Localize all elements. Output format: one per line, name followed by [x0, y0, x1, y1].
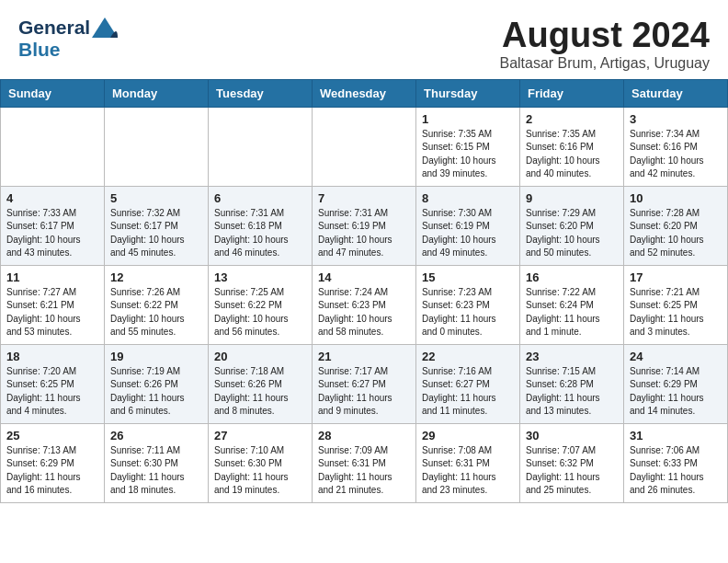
day-number: 13: [214, 270, 306, 284]
day-number: 28: [318, 429, 410, 442]
day-number: 17: [630, 270, 722, 284]
table-row: 14Sunrise: 7:24 AM Sunset: 6:23 PM Dayli…: [313, 265, 416, 344]
day-number: 30: [526, 429, 618, 442]
day-info: Sunrise: 7:30 AM Sunset: 6:19 PM Dayligh…: [422, 207, 514, 260]
day-info: Sunrise: 7:28 AM Sunset: 6:20 PM Dayligh…: [630, 207, 722, 260]
logo-icon: [92, 17, 118, 38]
day-number: 14: [318, 270, 410, 284]
location-subtitle: Baltasar Brum, Artigas, Uruguay: [499, 55, 710, 72]
table-row: 30Sunrise: 7:07 AM Sunset: 6:32 PM Dayli…: [520, 423, 624, 502]
day-info: Sunrise: 7:29 AM Sunset: 6:20 PM Dayligh…: [526, 207, 618, 260]
logo-blue-text: Blue: [18, 39, 61, 61]
table-row: 2Sunrise: 7:35 AM Sunset: 6:16 PM Daylig…: [520, 107, 624, 186]
day-number: 29: [422, 429, 514, 442]
table-row: 25Sunrise: 7:13 AM Sunset: 6:29 PM Dayli…: [1, 423, 105, 502]
day-info: Sunrise: 7:15 AM Sunset: 6:28 PM Dayligh…: [526, 365, 618, 419]
calendar-week-row: 11Sunrise: 7:27 AM Sunset: 6:21 PM Dayli…: [1, 265, 728, 344]
table-row: 12Sunrise: 7:26 AM Sunset: 6:22 PM Dayli…: [105, 265, 209, 344]
day-info: Sunrise: 7:13 AM Sunset: 6:29 PM Dayligh…: [6, 444, 98, 498]
day-number: 16: [526, 270, 618, 284]
day-info: Sunrise: 7:18 AM Sunset: 6:26 PM Dayligh…: [214, 365, 306, 419]
day-info: Sunrise: 7:33 AM Sunset: 6:17 PM Dayligh…: [6, 207, 98, 260]
table-row: [1, 107, 105, 186]
day-number: 27: [214, 429, 306, 442]
table-row: 22Sunrise: 7:16 AM Sunset: 6:27 PM Dayli…: [416, 344, 520, 423]
table-row: 23Sunrise: 7:15 AM Sunset: 6:28 PM Dayli…: [520, 344, 624, 423]
day-number: 21: [318, 350, 410, 363]
page: General Blue August 2024 Baltasar Brum, …: [0, 0, 728, 503]
day-number: 11: [6, 270, 98, 284]
table-row: 9Sunrise: 7:29 AM Sunset: 6:20 PM Daylig…: [520, 186, 624, 265]
day-info: Sunrise: 7:21 AM Sunset: 6:25 PM Dayligh…: [630, 286, 722, 339]
day-info: Sunrise: 7:17 AM Sunset: 6:27 PM Dayligh…: [318, 365, 410, 419]
title-area: August 2024 Baltasar Brum, Artigas, Urug…: [499, 17, 710, 72]
day-number: 9: [526, 191, 618, 205]
day-info: Sunrise: 7:22 AM Sunset: 6:24 PM Dayligh…: [526, 286, 618, 339]
table-row: 13Sunrise: 7:25 AM Sunset: 6:22 PM Dayli…: [209, 265, 313, 344]
table-row: 5Sunrise: 7:32 AM Sunset: 6:17 PM Daylig…: [105, 186, 209, 265]
logo-general-text: General: [18, 17, 90, 39]
table-row: 29Sunrise: 7:08 AM Sunset: 6:31 PM Dayli…: [416, 423, 520, 502]
table-row: 6Sunrise: 7:31 AM Sunset: 6:18 PM Daylig…: [209, 186, 313, 265]
col-tuesday: Tuesday: [209, 79, 313, 107]
table-row: 28Sunrise: 7:09 AM Sunset: 6:31 PM Dayli…: [313, 423, 416, 502]
day-info: Sunrise: 7:35 AM Sunset: 6:15 PM Dayligh…: [422, 128, 514, 181]
day-info: Sunrise: 7:19 AM Sunset: 6:26 PM Dayligh…: [110, 365, 202, 419]
day-info: Sunrise: 7:31 AM Sunset: 6:19 PM Dayligh…: [318, 207, 410, 260]
col-thursday: Thursday: [416, 79, 520, 107]
table-row: 18Sunrise: 7:20 AM Sunset: 6:25 PM Dayli…: [1, 344, 105, 423]
table-row: 27Sunrise: 7:10 AM Sunset: 6:30 PM Dayli…: [209, 423, 313, 502]
table-row: 1Sunrise: 7:35 AM Sunset: 6:15 PM Daylig…: [416, 107, 520, 186]
day-number: 2: [526, 112, 618, 126]
day-number: 6: [214, 191, 306, 205]
day-number: 7: [318, 191, 410, 205]
day-number: 4: [6, 191, 98, 205]
day-info: Sunrise: 7:32 AM Sunset: 6:17 PM Dayligh…: [110, 207, 202, 260]
day-number: 23: [526, 350, 618, 363]
day-info: Sunrise: 7:09 AM Sunset: 6:31 PM Dayligh…: [318, 444, 410, 498]
col-sunday: Sunday: [1, 79, 105, 107]
day-number: 5: [110, 191, 202, 205]
day-info: Sunrise: 7:23 AM Sunset: 6:23 PM Dayligh…: [422, 286, 514, 339]
day-info: Sunrise: 7:14 AM Sunset: 6:29 PM Dayligh…: [630, 365, 722, 419]
day-info: Sunrise: 7:06 AM Sunset: 6:33 PM Dayligh…: [630, 444, 722, 498]
day-number: 3: [630, 112, 722, 126]
calendar-week-row: 1Sunrise: 7:35 AM Sunset: 6:15 PM Daylig…: [1, 107, 728, 186]
table-row: 20Sunrise: 7:18 AM Sunset: 6:26 PM Dayli…: [209, 344, 313, 423]
day-number: 15: [422, 270, 514, 284]
day-info: Sunrise: 7:31 AM Sunset: 6:18 PM Dayligh…: [214, 207, 306, 260]
day-info: Sunrise: 7:07 AM Sunset: 6:32 PM Dayligh…: [526, 444, 618, 498]
table-row: 17Sunrise: 7:21 AM Sunset: 6:25 PM Dayli…: [624, 265, 728, 344]
header: General Blue August 2024 Baltasar Brum, …: [0, 0, 728, 79]
day-number: 8: [422, 191, 514, 205]
day-info: Sunrise: 7:34 AM Sunset: 6:16 PM Dayligh…: [630, 128, 722, 181]
calendar-week-row: 25Sunrise: 7:13 AM Sunset: 6:29 PM Dayli…: [1, 423, 728, 502]
table-row: [209, 107, 313, 186]
day-number: 10: [630, 191, 722, 205]
day-info: Sunrise: 7:27 AM Sunset: 6:21 PM Dayligh…: [6, 286, 98, 339]
day-number: 20: [214, 350, 306, 363]
table-row: 31Sunrise: 7:06 AM Sunset: 6:33 PM Dayli…: [624, 423, 728, 502]
day-number: 18: [6, 350, 98, 363]
day-number: 24: [630, 350, 722, 363]
day-info: Sunrise: 7:20 AM Sunset: 6:25 PM Dayligh…: [6, 365, 98, 419]
col-monday: Monday: [105, 79, 209, 107]
day-info: Sunrise: 7:24 AM Sunset: 6:23 PM Dayligh…: [318, 286, 410, 339]
table-row: 8Sunrise: 7:30 AM Sunset: 6:19 PM Daylig…: [416, 186, 520, 265]
day-info: Sunrise: 7:08 AM Sunset: 6:31 PM Dayligh…: [422, 444, 514, 498]
day-info: Sunrise: 7:10 AM Sunset: 6:30 PM Dayligh…: [214, 444, 306, 498]
calendar-week-row: 18Sunrise: 7:20 AM Sunset: 6:25 PM Dayli…: [1, 344, 728, 423]
day-info: Sunrise: 7:35 AM Sunset: 6:16 PM Dayligh…: [526, 128, 618, 181]
month-title: August 2024: [499, 17, 710, 55]
day-info: Sunrise: 7:11 AM Sunset: 6:30 PM Dayligh…: [110, 444, 202, 498]
day-number: 26: [110, 429, 202, 442]
table-row: 19Sunrise: 7:19 AM Sunset: 6:26 PM Dayli…: [105, 344, 209, 423]
calendar-header-row: Sunday Monday Tuesday Wednesday Thursday…: [1, 79, 728, 107]
day-number: 12: [110, 270, 202, 284]
col-wednesday: Wednesday: [313, 79, 416, 107]
calendar-table: Sunday Monday Tuesday Wednesday Thursday…: [0, 79, 728, 503]
table-row: 11Sunrise: 7:27 AM Sunset: 6:21 PM Dayli…: [1, 265, 105, 344]
table-row: 24Sunrise: 7:14 AM Sunset: 6:29 PM Dayli…: [624, 344, 728, 423]
logo: General Blue: [18, 17, 118, 61]
table-row: 3Sunrise: 7:34 AM Sunset: 6:16 PM Daylig…: [624, 107, 728, 186]
